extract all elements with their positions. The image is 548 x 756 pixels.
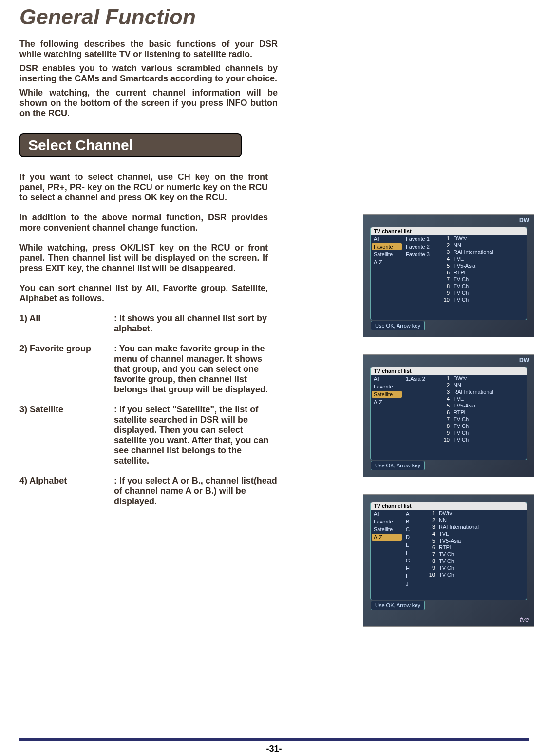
alpha-letter: B [403,518,424,525]
category-list: All Favorite Satellite A-Z [371,235,403,313]
channel-name: TV Ch [454,430,469,436]
channel-name: TV Ch [454,423,469,429]
channel-row: 7TV Ch [424,551,527,558]
channel-row: 8TV Ch [439,423,527,429]
channel-row: 9TV Ch [439,290,527,296]
channel-name: TVE [454,256,464,262]
footer-divider [19,734,529,741]
alpha-letter: H [403,564,424,572]
channel-row: 4TVE [439,395,527,402]
intro-block: The following describes the basic functi… [19,39,278,118]
channel-row: 3RAI International [439,388,527,395]
channel-row: 3RAI International [424,523,527,530]
alpha-letter: J [403,580,424,588]
channel-row: 4TVE [424,530,527,537]
channel-name: NN [454,242,461,248]
channel-list: 1DWtv2NN3RAI International4TVE5TV5-Asia6… [439,235,527,313]
cat-az: A-Z [372,534,402,541]
channel-number: 4 [426,531,435,537]
channel-row: 9TV Ch [439,429,527,436]
channel-name: TV5-Asia [454,403,475,408]
subcat: 1.Asia 2 [403,375,439,383]
channel-row: 8TV Ch [439,283,527,290]
channel-name: TV Ch [454,416,469,422]
sort-row-alphabet: 4) Alphabet : If you select A or B., cha… [19,476,278,506]
subcategory-list: 1.Asia 2 [403,375,439,453]
alpha-letter: C [403,525,424,533]
channel-name: TV Ch [439,572,454,578]
channel-name: RAI International [439,524,479,530]
channel-row: 10TV Ch [439,296,527,303]
alpha-letter: G [403,557,424,564]
channel-number: 5 [441,403,450,408]
sort-desc: : You can make favorite group in the men… [114,344,278,395]
channel-name: RAI International [454,249,493,255]
channel-number: 8 [426,558,435,564]
alpha-letter: I [403,572,424,580]
channel-list: 1DWtv2NN3RAI International4TVE5TV5-Asia6… [439,375,527,453]
channel-name: RTPi [454,270,465,275]
channel-number: 7 [426,551,435,557]
sort-row-favorite: 2) Favorite group : You can make favorit… [19,344,278,395]
page-title: General Function [19,5,529,29]
channel-number: 10 [441,437,450,443]
channel-number: 10 [441,297,450,303]
channel-number: 2 [426,517,435,523]
panel-title: TV channel list [371,502,527,510]
channel-name: RTPi [439,544,451,550]
channel-row: 5TV5-Asia [424,537,527,544]
tve-logo: tve [520,616,529,623]
screenshot-alphabet: tve TV channel list All Favorite Satelli… [363,494,534,627]
channel-number: 9 [426,565,435,571]
cat-satellite: Satellite [371,251,403,258]
cat-all: All [371,375,403,383]
channel-number: 4 [441,396,450,402]
channel-number: 3 [426,524,435,530]
panel-hint: Use OK, Arrow key [371,461,425,470]
screenshot-satellite: DW TV channel list All Favorite Satellit… [363,354,534,477]
dw-logo: DW [519,217,529,224]
channel-row: 2NN [439,242,527,249]
sort-desc: : It shows you all channel list sort by … [114,313,278,334]
channel-name: NN [454,382,461,388]
cat-satellite: Satellite [371,525,403,533]
channel-name: TV Ch [439,551,454,557]
panel-hint: Use OK, Arrow key [371,601,425,610]
alpha-letter: A [403,510,424,518]
channel-number: 3 [441,249,450,255]
channel-row: 6RTPi [424,544,527,551]
channel-number: 1 [426,510,435,516]
channel-number: 4 [441,256,450,262]
channel-number: 2 [441,382,450,388]
channel-number: 6 [426,544,435,550]
sort-label: 4) Alphabet [19,476,114,506]
subcat: Favorite 3 [403,251,439,258]
sort-list: 1) All : It shows you all channel list s… [19,313,278,506]
channel-number: 6 [441,409,450,415]
channel-number: 8 [441,283,450,289]
category-list: All Favorite Satellite A-Z [371,375,403,453]
screenshots-column: DW TV channel list All Favorite Satellit… [363,214,533,644]
alphabet-list: ABCDEFGHIJ [403,510,424,593]
channel-row: 5TV5-Asia [439,402,527,409]
body-p4: You can sort channel list by All, Favori… [19,283,268,304]
sort-desc: : If you select A or B., channel list(he… [114,476,278,506]
channel-number: 8 [441,423,450,429]
channel-name: TV Ch [454,437,469,443]
channel-row: 1DWtv [439,235,527,242]
channel-number: 6 [441,270,450,275]
channel-name: TV Ch [454,290,469,296]
panel-hint: Use OK, Arrow key [371,321,425,330]
channel-number: 3 [441,389,450,395]
channel-name: DWtv [454,235,467,241]
channel-name: TV Ch [439,558,454,564]
channel-name: TV Ch [454,283,469,289]
channel-number: 10 [426,572,435,578]
screenshot-favorite: DW TV channel list All Favorite Satellit… [363,214,534,337]
intro-p2: DSR enables you to watch various scrambl… [19,63,278,84]
channel-row: 7TV Ch [439,416,527,423]
channel-row: 6RTPi [439,269,527,276]
channel-name: TVE [454,396,464,402]
channel-number: 5 [441,263,450,269]
channel-number: 7 [441,416,450,422]
